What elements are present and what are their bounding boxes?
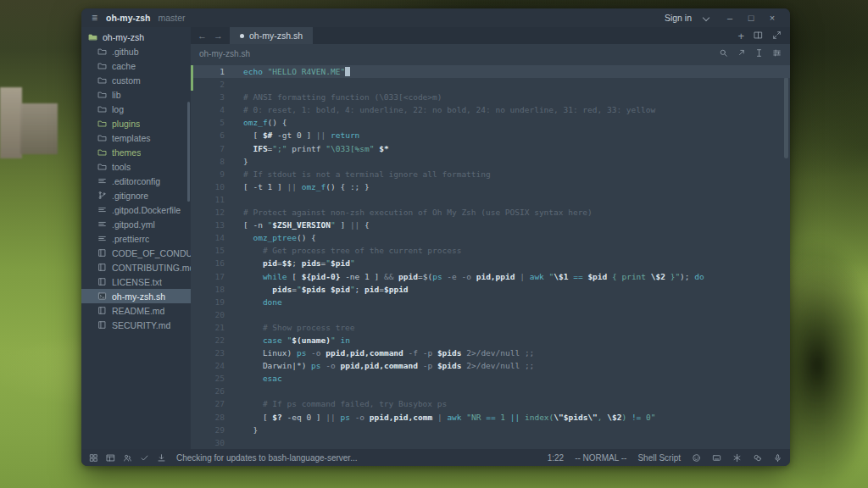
snowflake-icon[interactable]	[732, 453, 742, 463]
sidebar-item-cache[interactable]: cache	[81, 58, 191, 73]
sidebar-item-oh-my-zsh[interactable]: oh-my-zsh	[81, 30, 191, 44]
code-token: Darwin|*)	[263, 361, 311, 370]
code-token: awk	[447, 413, 461, 422]
expand-editor-icon[interactable]	[772, 30, 782, 42]
code-line[interactable]: 26	[191, 385, 790, 397]
code-line[interactable]: 7IFS=";" printf "\033[%sm" $*	[191, 142, 790, 155]
code-line[interactable]: 9# If stdout is not a terminal ignore al…	[191, 168, 790, 180]
sidebar-item--editorconfig[interactable]: .editorconfig	[81, 174, 191, 188]
code-line[interactable]: 10[ -t 1 ] || omz_f() { :; }	[191, 180, 790, 193]
line-number: 18	[191, 283, 225, 296]
sidebar-item--github[interactable]: .github	[81, 44, 191, 58]
sidebar-item--gitpod-dockerfile[interactable]: .gitpod.Dockerfile	[81, 202, 191, 217]
cursor-position[interactable]: 1:22	[548, 453, 564, 463]
grid-icon[interactable]	[89, 453, 98, 463]
code-token: -p	[423, 361, 432, 370]
editor-area: ← → oh-my-zsh.sh + oh-my-zsh.sh	[191, 27, 790, 449]
sidebar-item-readme-md[interactable]: README.md	[81, 303, 191, 318]
tab-oh-my-zsh[interactable]: oh-my-zsh.sh	[230, 27, 313, 44]
code-line[interactable]: 17while [ ${pid-0} -ne 1 ] && ppid=$(ps …	[191, 270, 790, 283]
code-line[interactable]: 13[ -n "$ZSH_VERSION" ] || {	[191, 219, 790, 231]
accounts-icon[interactable]	[123, 453, 132, 463]
code-token: # Get process tree of the current proces…	[263, 246, 462, 255]
forward-button[interactable]: →	[214, 30, 223, 41]
filetype-indicator[interactable]: Shell Script	[637, 453, 681, 463]
sidebar-item-oh-my-zsh-sh[interactable]: oh-my-zsh.sh	[81, 289, 191, 303]
code-line[interactable]: 12# Protect against non-zsh execution of…	[191, 206, 790, 219]
sign-in-button[interactable]: Sign in	[665, 13, 692, 23]
sliders-icon[interactable]	[772, 48, 782, 59]
code-line[interactable]: 21# Show process tree	[191, 321, 790, 334]
sidebar-scrollbar[interactable]	[187, 102, 190, 202]
sidebar-item-label: .gitignore	[112, 191, 148, 201]
editor-layout-icon[interactable]	[106, 453, 115, 463]
code-token: echo	[243, 67, 263, 76]
sidebar-item--gitpod-yml[interactable]: .gitpod.yml	[81, 217, 191, 231]
sidebar-item-label: templates	[112, 133, 151, 143]
sidebar-item-templates[interactable]: templates	[81, 130, 191, 145]
minimize-button[interactable]: –	[722, 13, 737, 23]
code-token: Linux)	[263, 348, 297, 358]
code-line[interactable]: 8}	[191, 155, 790, 168]
feedback-icon[interactable]	[753, 453, 762, 463]
keyboard-icon[interactable]	[712, 453, 721, 463]
ibeam-cursor-icon[interactable]	[754, 48, 764, 59]
code-line[interactable]: 28[ $? -eq 0 ] || ps -o ppid,pid,comm | …	[191, 411, 790, 424]
sidebar-item--gitignore[interactable]: .gitignore	[81, 188, 191, 202]
code-line[interactable]: 4# 0: reset, 1: bold, 4: underline, 22: …	[191, 103, 790, 116]
split-editor-icon[interactable]	[754, 30, 763, 42]
sidebar-item-themes[interactable]: themes	[81, 145, 191, 159]
code-line[interactable]: 18pids="$pids $pid"; pid=$ppid	[191, 283, 790, 296]
smiley-icon[interactable]	[692, 453, 701, 463]
code-line[interactable]: 6[ $# -gt 0 ] || return	[191, 129, 790, 141]
check-icon[interactable]	[140, 453, 149, 463]
code-line[interactable]: 20	[191, 308, 790, 321]
sidebar-item--prettierrc[interactable]: .prettierrc	[81, 231, 191, 246]
maximize-button[interactable]: □	[743, 13, 759, 23]
code-line[interactable]: 29}	[191, 424, 790, 436]
download-icon[interactable]	[157, 453, 166, 463]
code-editor[interactable]: 1echo "HELLO R4VEN.ME" 23# ANSI formatti…	[191, 64, 790, 449]
code-line[interactable]: 19done	[191, 296, 790, 308]
code-token: ps	[297, 348, 306, 358]
tab-label: oh-my-zsh.sh	[249, 30, 303, 41]
sidebar-item-plugins[interactable]: plugins	[81, 116, 191, 130]
title-bar[interactable]: ≡ oh-my-zsh master Sign in – □ ×	[81, 8, 790, 27]
code-line[interactable]: 30	[191, 436, 790, 449]
sidebar-item-contributing-md[interactable]: CONTRIBUTING.md	[81, 260, 191, 274]
code-line[interactable]: 11	[191, 193, 790, 206]
code-line[interactable]: 22case "$(uname)" in	[191, 334, 790, 347]
new-tab-button[interactable]: +	[737, 30, 744, 42]
sidebar-item-security-md[interactable]: SECURITY.md	[81, 318, 191, 332]
code-token: }	[243, 157, 248, 166]
menu-icon[interactable]: ≡	[92, 12, 97, 24]
code-line[interactable]: 23Linux) ps -o ppid,pid,command -f -p $p…	[191, 347, 790, 359]
sidebar-item-license-txt[interactable]: LICENSE.txt	[81, 274, 191, 289]
code-line[interactable]: 25esac	[191, 372, 790, 385]
back-button[interactable]: ←	[198, 30, 207, 41]
config-icon	[97, 234, 107, 243]
sidebar-item-code-of-conduct-m[interactable]: CODE_OF_CONDUCT.m	[81, 246, 191, 260]
code-line[interactable]: 3# ANSI formatting function (\033[<code>…	[191, 91, 790, 103]
code-line[interactable]: 27# If ps command failed, try Busybox ps	[191, 397, 790, 410]
vim-mode-indicator: -- NORMAL --	[575, 453, 626, 463]
code-line[interactable]: 16pid=$$; pids="$pid"	[191, 257, 790, 269]
code-line[interactable]: 5omz_f() {	[191, 116, 790, 129]
goto-icon[interactable]	[737, 48, 746, 59]
code-line[interactable]: 14omz_ptree() {	[191, 231, 790, 244]
close-button[interactable]: ×	[765, 13, 780, 23]
sidebar-item-custom[interactable]: custom	[81, 73, 191, 87]
code-token: }"	[665, 272, 680, 281]
breadcrumb-path[interactable]: oh-my-zsh.sh	[199, 49, 250, 58]
code-line[interactable]: 2	[191, 78, 790, 91]
sidebar-item-log[interactable]: log	[81, 102, 191, 116]
chevron-down-icon[interactable]	[703, 14, 709, 21]
mic-icon[interactable]	[773, 453, 782, 463]
code-token: 0"	[641, 413, 655, 422]
code-line[interactable]: 15# Get process tree of the current proc…	[191, 244, 790, 257]
search-icon[interactable]	[719, 48, 728, 59]
sidebar-item-tools[interactable]: tools	[81, 159, 191, 174]
code-line[interactable]: 1echo "HELLO R4VEN.ME"	[191, 65, 790, 78]
code-line[interactable]: 24Darwin|*) ps -o ppid,pid,command -p $p…	[191, 359, 790, 372]
sidebar-item-lib[interactable]: lib	[81, 87, 191, 102]
